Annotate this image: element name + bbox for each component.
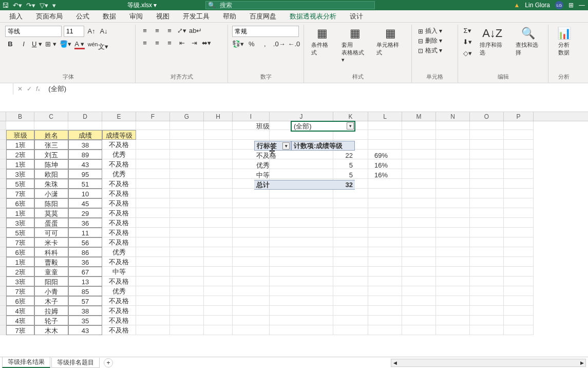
cell[interactable]: [270, 228, 333, 237]
clear-icon[interactable]: ◇▾: [462, 48, 472, 59]
cell[interactable]: [436, 286, 470, 296]
cell[interactable]: [436, 198, 470, 208]
cell[interactable]: 不及格: [102, 198, 136, 208]
cell[interactable]: 13: [68, 277, 102, 286]
cell[interactable]: [333, 208, 368, 218]
table-row[interactable]: 1班曹毅36不及格: [0, 257, 588, 267]
cell[interactable]: [204, 208, 233, 218]
cell[interactable]: [204, 267, 233, 277]
table-row[interactable]: 2班童童67中等: [0, 267, 588, 277]
bold-icon[interactable]: B: [5, 39, 15, 49]
percent-icon[interactable]: %: [246, 39, 257, 49]
cell[interactable]: 不及格: [102, 325, 136, 335]
col-header[interactable]: D: [68, 112, 102, 121]
cell[interactable]: 67: [68, 267, 102, 277]
cell[interactable]: [402, 296, 436, 306]
comma-icon[interactable]: ,: [260, 39, 270, 49]
cell[interactable]: [402, 325, 436, 335]
align-left-icon[interactable]: ≡: [140, 38, 150, 48]
cell[interactable]: 曹毅: [34, 257, 68, 267]
table-row[interactable]: 6班木子57不及格: [0, 296, 588, 306]
col-header[interactable]: H: [204, 112, 233, 121]
cell[interactable]: [233, 296, 270, 306]
cell[interactable]: [436, 228, 470, 237]
cell[interactable]: [233, 228, 270, 237]
tab-design[interactable]: 设计: [349, 10, 364, 23]
number-format-input[interactable]: [232, 26, 299, 37]
cell[interactable]: [136, 218, 170, 228]
cell[interactable]: [504, 189, 534, 198]
col-header[interactable]: F: [136, 112, 170, 121]
cell[interactable]: [402, 228, 436, 237]
cell[interactable]: [470, 325, 504, 335]
format-cells-button[interactable]: ⊡格式 ▾: [418, 46, 451, 55]
cell[interactable]: [204, 179, 233, 189]
decrease-indent-icon[interactable]: ⇤: [177, 38, 187, 48]
cell[interactable]: [136, 296, 170, 306]
column-headers[interactable]: B C D E F G H I J K L M N O P: [0, 112, 588, 121]
cell[interactable]: 7班: [6, 237, 34, 247]
col-header[interactable]: I: [233, 112, 270, 121]
cell[interactable]: [402, 130, 436, 140]
cell[interactable]: [368, 208, 402, 218]
cell[interactable]: [402, 277, 436, 286]
cell[interactable]: [270, 130, 333, 140]
dropdown-icon[interactable]: ▾: [282, 142, 290, 150]
col-header[interactable]: O: [470, 112, 504, 121]
cell[interactable]: [470, 228, 504, 237]
tab-data[interactable]: 数据: [102, 10, 117, 23]
cell[interactable]: [204, 325, 233, 335]
cell[interactable]: [368, 228, 402, 237]
cell[interactable]: [233, 130, 270, 140]
decrease-decimal-icon[interactable]: ←.0: [288, 39, 299, 49]
cell[interactable]: [402, 247, 436, 257]
pivot-row-pct[interactable]: 69%: [355, 151, 390, 160]
cell[interactable]: [204, 130, 233, 140]
cell[interactable]: 不及格: [102, 306, 136, 316]
cell[interactable]: [170, 169, 204, 179]
cell[interactable]: [436, 159, 470, 169]
cell[interactable]: [333, 189, 368, 198]
cell[interactable]: 3班: [6, 218, 34, 228]
cell[interactable]: 3班: [6, 277, 34, 286]
cell[interactable]: [68, 121, 102, 130]
save-icon[interactable]: 🖫: [2, 2, 9, 9]
insert-cells-button[interactable]: ⊞插入 ▾: [418, 27, 451, 35]
cell[interactable]: [436, 306, 470, 316]
table-row[interactable]: 7班米卡56不及格: [0, 237, 588, 247]
cell[interactable]: [368, 316, 402, 325]
cell[interactable]: 10: [68, 189, 102, 198]
cell[interactable]: 张三: [34, 140, 68, 150]
cell[interactable]: [470, 189, 504, 198]
cell[interactable]: 拉姆: [34, 306, 68, 316]
wrap-text-icon[interactable]: ab↵: [189, 26, 202, 36]
cell[interactable]: 成绩: [68, 130, 102, 140]
fx-icon[interactable]: fₓ: [36, 85, 40, 93]
cell[interactable]: 木木: [34, 325, 68, 335]
cell[interactable]: [402, 257, 436, 267]
cell[interactable]: 45: [68, 198, 102, 208]
cell[interactable]: [504, 169, 534, 179]
cell[interactable]: 2班: [6, 150, 34, 159]
align-center-icon[interactable]: ≡: [152, 38, 162, 48]
cell[interactable]: [402, 208, 436, 218]
cell[interactable]: [204, 296, 233, 306]
dropdown-icon[interactable]: ▾: [347, 122, 354, 130]
cell[interactable]: [333, 130, 368, 140]
currency-icon[interactable]: 💱▾: [232, 39, 243, 49]
cell[interactable]: [204, 150, 233, 159]
cell[interactable]: 科科: [34, 247, 68, 257]
cell[interactable]: 不及格: [102, 277, 136, 286]
cell[interactable]: [270, 277, 333, 286]
cell[interactable]: [136, 228, 170, 237]
cell[interactable]: 36: [68, 257, 102, 267]
increase-font-icon[interactable]: A↑: [86, 26, 97, 36]
cell[interactable]: [170, 325, 204, 335]
cell[interactable]: [136, 189, 170, 198]
formula-content[interactable]: (全部): [44, 83, 70, 95]
cell[interactable]: [368, 218, 402, 228]
cell[interactable]: [170, 296, 204, 306]
cell[interactable]: [333, 277, 368, 286]
cell[interactable]: [333, 228, 368, 237]
cell[interactable]: 85: [68, 286, 102, 296]
